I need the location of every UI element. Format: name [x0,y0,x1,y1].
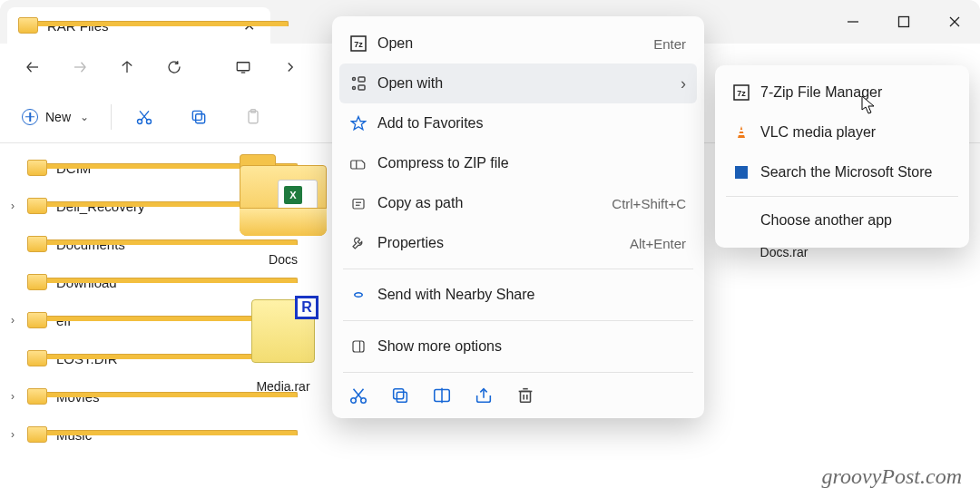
svg-line-11 [142,111,149,120]
tree-item-documents[interactable]: ›Documents [0,225,198,263]
svg-rect-28 [353,341,364,352]
tree-item-download[interactable]: ›Download [0,263,198,301]
cut-icon[interactable] [348,386,368,409]
close-button[interactable] [929,4,980,40]
menu-label: Compress to ZIP file [377,155,686,171]
tree-item-movies[interactable]: ›Movies [0,377,198,415]
tree-item-dell-recovery[interactable]: ›Dell_Recovery [0,187,198,225]
maximize-button[interactable] [878,4,929,40]
folder-icon [27,350,47,366]
svg-rect-25 [353,200,364,210]
folder-icon [27,274,47,290]
wrench-icon [350,235,377,251]
open-with-submenu: 7z 7-Zip File Manager VLC media player S… [715,65,969,248]
window-controls [828,4,980,40]
file-item-media-rar[interactable]: R Media.rar [220,294,347,395]
menu-nearby-share[interactable]: Send with Nearby Share [339,275,697,315]
rename-icon[interactable] [432,386,452,409]
more-icon [350,338,377,355]
folder-tree: ›DCIM ›Dell_Recovery ›Documents ›Downloa… [0,143,198,498]
svg-line-12 [140,111,147,120]
menu-separator [343,372,693,373]
tree-item-music[interactable]: ›Music [0,415,198,454]
svg-rect-21 [358,77,365,82]
sevenzip-icon: 7z [733,84,760,101]
submenu-store[interactable]: Search the Microsoft Store [722,152,962,192]
up-button[interactable] [105,49,149,85]
new-button[interactable]: New ⌄ [11,103,100,131]
svg-marker-46 [738,126,745,138]
menu-label: Open with [377,75,681,92]
folder-icon [18,17,38,34]
menu-shortcut: Alt+Enter [630,236,686,251]
folder-icon [27,160,47,176]
svg-marker-23 [352,117,366,130]
cursor-icon [861,95,877,115]
submenu-choose-app[interactable]: Choose another app [722,200,962,240]
forward-button[interactable] [58,49,102,85]
menu-shortcut: Enter [653,36,686,52]
submenu-label: Choose another app [760,212,951,229]
paste-button[interactable] [231,99,275,135]
back-button[interactable] [11,49,54,85]
submenu-7zip[interactable]: 7z 7-Zip File Manager [722,73,962,112]
nearby-share-icon [350,287,377,303]
cut-button[interactable] [122,99,166,135]
folder-docs-icon: X [240,165,327,236]
vlc-icon [733,124,760,141]
chevron-right-icon: › [681,74,686,93]
svg-rect-7 [237,63,250,71]
folder-icon [27,388,47,405]
menu-label: Copy as path [377,195,612,211]
menu-label: Add to Favorites [377,115,686,132]
refresh-button[interactable] [152,49,196,85]
svg-rect-49 [735,166,748,179]
tree-item-lost-dir[interactable]: ›LOST.DIR [0,339,198,377]
tab-rar-files[interactable]: RAR Files ✕ [7,7,270,44]
svg-point-20 [353,87,356,90]
share-icon[interactable] [474,386,494,409]
menu-properties[interactable]: Properties Alt+Enter [339,223,697,263]
folder-icon [27,426,47,443]
sevenzip-icon: 7z [350,35,377,52]
svg-rect-35 [394,389,404,399]
svg-rect-14 [192,111,201,120]
watermark: groovyPost.com [822,464,962,489]
svg-line-32 [355,389,363,399]
menu-add-favorites[interactable]: Add to Favorites [339,103,697,143]
menu-show-more[interactable]: Show more options [339,327,697,366]
tree-item-dcim[interactable]: ›DCIM [0,149,198,187]
menu-copy-path[interactable]: Copy as path Ctrl+Shift+C [339,183,697,223]
svg-text:7z: 7z [737,89,746,98]
menu-label: Open [377,35,653,52]
copy-button[interactable] [177,99,220,135]
tree-item-efi[interactable]: ›efi [0,301,198,339]
ms-store-icon [733,164,760,181]
folder-icon [27,198,47,214]
folder-icon [27,236,47,252]
menu-open-with[interactable]: Open with › [339,63,697,103]
star-icon [350,115,377,132]
rar-icon: R [251,299,315,363]
separator [111,104,112,130]
menu-open[interactable]: 7z Open Enter [339,24,697,63]
menu-shortcut: Ctrl+Shift+C [612,196,686,211]
menu-compress-zip[interactable]: Compress to ZIP file [339,143,697,183]
this-pc-icon[interactable] [221,49,265,85]
chevron-down-icon: ⌄ [80,111,89,123]
svg-rect-47 [740,130,743,132]
svg-rect-48 [739,133,744,135]
menu-separator [726,196,958,197]
delete-icon[interactable] [515,386,535,409]
copy-icon[interactable] [390,386,410,409]
svg-rect-34 [397,392,407,402]
breadcrumb-chevron-icon[interactable] [269,49,312,85]
menu-separator [343,320,693,321]
svg-rect-39 [521,391,531,402]
open-with-icon [350,75,377,92]
minimize-button[interactable] [828,4,878,40]
menu-label: Send with Nearby Share [377,287,686,303]
folder-icon [27,312,47,328]
submenu-vlc[interactable]: VLC media player [722,112,962,152]
file-item-docs-folder[interactable]: X Docs [220,160,347,269]
